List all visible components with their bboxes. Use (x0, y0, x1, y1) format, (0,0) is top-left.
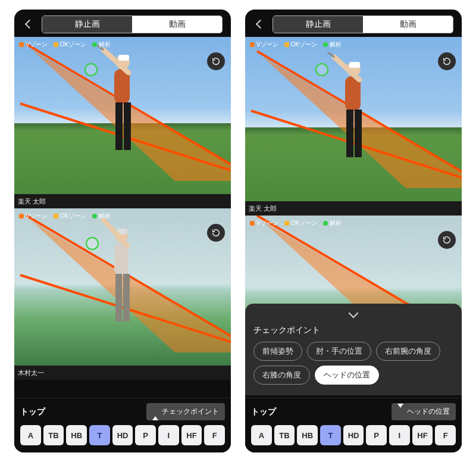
club-head-marker (86, 237, 99, 250)
top-bar: 静止画 動画 (245, 10, 462, 37)
legend: Vゾーン OKゾーン 解析 (250, 219, 342, 227)
phase-p[interactable]: P (135, 425, 156, 445)
refresh-icon (442, 57, 452, 66)
checkpoint-chip[interactable]: 肘・手の位置 (307, 342, 371, 361)
mode-segmented-control: 静止画 動画 (273, 15, 453, 33)
top-bar: 静止画 動画 (14, 10, 231, 37)
tab-still[interactable]: 静止画 (273, 16, 363, 33)
swing-card-bottom: Vゾーン OKゾーン 解析 木村太一 (14, 208, 231, 380)
chevron-left-icon (257, 19, 264, 30)
phase-p[interactable]: P (366, 425, 387, 445)
phase-i[interactable]: I (158, 425, 179, 445)
chevron-down-icon (350, 310, 357, 321)
legend: Vゾーン OKゾーン 解析 (250, 40, 342, 49)
refresh-icon (442, 235, 452, 245)
checkpoint-drawer: チェックポイント 前傾姿勢肘・手の位置右前腕の角度右膝の角度ヘッドの位置 (245, 304, 462, 395)
phase-hd[interactable]: HD (343, 425, 364, 445)
phase-tb[interactable]: TB (274, 425, 295, 445)
phase-f[interactable]: F (204, 425, 225, 445)
phase-a[interactable]: A (20, 425, 41, 445)
tab-video[interactable]: 動画 (132, 16, 222, 33)
phase-i[interactable]: I (389, 425, 410, 445)
mode-segmented-control: 静止画 動画 (42, 15, 223, 33)
footer: トップ チェックポイント ATBHBTHDPIHFF (14, 398, 231, 452)
triangle-down-icon (397, 408, 403, 416)
phase-hf[interactable]: HF (181, 425, 202, 445)
club-head-marker (315, 63, 328, 76)
tab-video[interactable]: 動画 (363, 16, 453, 33)
back-button[interactable] (23, 18, 36, 31)
chevron-left-icon (26, 19, 33, 30)
phase-tb[interactable]: TB (43, 425, 64, 445)
phase-hf[interactable]: HF (412, 425, 433, 445)
phase-t[interactable]: T (320, 425, 341, 445)
checkpoint-chip[interactable]: ヘッドの位置 (315, 366, 379, 385)
phase-t[interactable]: T (89, 425, 110, 445)
phase-hb[interactable]: HB (66, 425, 87, 445)
footer-title: トップ (251, 407, 276, 417)
back-button[interactable] (253, 18, 267, 31)
content-area: Vゾーン OKゾーン 解析 楽天 太郎 (14, 37, 231, 398)
refresh-button[interactable] (207, 52, 225, 70)
swing-card-top: Vゾーン OKゾーン 解析 楽天 太郎 (14, 37, 231, 208)
player-name-top: 楽天 太郎 (249, 204, 277, 213)
refresh-icon (211, 228, 221, 238)
refresh-button[interactable] (207, 224, 225, 242)
player-name-top: 楽天 太郎 (18, 197, 46, 206)
phase-f[interactable]: F (435, 425, 456, 445)
refresh-button[interactable] (438, 52, 456, 70)
phase-hb[interactable]: HB (297, 425, 318, 445)
checkpoint-button[interactable]: ヘッドの位置 (392, 403, 456, 420)
phone-left: 静止画 動画 (14, 10, 231, 452)
phase-row: ATBHBTHDPIHFF (20, 425, 225, 445)
checkpoint-button[interactable]: チェックポイント (146, 403, 225, 420)
legend: Vゾーン OKゾーン 解析 (19, 212, 111, 220)
checkpoint-chip[interactable]: 右膝の角度 (253, 366, 310, 385)
legend: Vゾーン OKゾーン 解析 (19, 40, 111, 49)
drawer-close-handle[interactable] (253, 310, 453, 321)
drawer-title: チェックポイント (253, 325, 453, 336)
refresh-icon (211, 57, 221, 66)
club-head-marker (84, 63, 98, 76)
phase-row: ATBHBTHDPIHFF (251, 425, 456, 445)
triangle-up-icon (152, 408, 158, 416)
chip-row: 前傾姿勢肘・手の位置右前腕の角度右膝の角度ヘッドの位置 (253, 342, 453, 385)
swing-card-top: Vゾーン OKゾーン 解析 楽天 太郎 (245, 37, 462, 216)
checkpoint-chip[interactable]: 前傾姿勢 (253, 342, 302, 361)
footer-title: トップ (20, 407, 45, 417)
phase-a[interactable]: A (251, 425, 272, 445)
phone-right: 静止画 動画 (245, 10, 462, 452)
tab-still[interactable]: 静止画 (42, 16, 132, 33)
phase-hd[interactable]: HD (112, 425, 133, 445)
player-name-bottom: 木村太一 (18, 369, 44, 377)
refresh-button[interactable] (438, 231, 456, 249)
checkpoint-chip[interactable]: 右前腕の角度 (376, 342, 440, 361)
footer: トップ ヘッドの位置 ATBHBTHDPIHFF (245, 398, 462, 452)
